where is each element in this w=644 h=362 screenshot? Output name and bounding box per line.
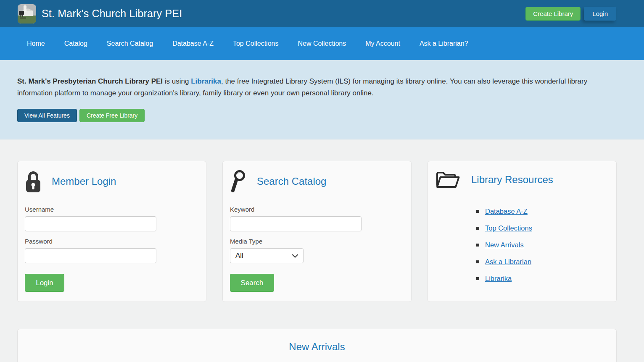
nav-item-database-az: Database A-Z bbox=[163, 36, 223, 52]
media-type-selected-value: All bbox=[235, 252, 243, 260]
open-folder-icon bbox=[435, 170, 460, 190]
banner-buttons: View All Features Create Free Library bbox=[17, 109, 627, 122]
nav-item-catalog: Catalog bbox=[55, 36, 97, 52]
library-resources-header: Library Resources bbox=[435, 170, 609, 190]
login-button[interactable]: Login bbox=[25, 274, 64, 292]
lock-icon bbox=[25, 170, 42, 193]
new-arrivals-title: New Arrivals bbox=[18, 341, 616, 353]
new-arrivals-section: New Arrivals bbox=[17, 329, 617, 362]
member-login-title: Member Login bbox=[52, 176, 116, 187]
search-catalog-card: Search Catalog Keyword Media Type All Se… bbox=[222, 161, 412, 302]
library-resources-title: Library Resources bbox=[471, 174, 553, 186]
list-item: Librarika bbox=[476, 275, 609, 283]
intro-banner: St. Mark's Presbyterian Church Library P… bbox=[0, 60, 644, 139]
view-all-features-button[interactable]: View All Features bbox=[17, 109, 77, 122]
nav-link-new-collections[interactable]: New Collections bbox=[288, 36, 356, 52]
chevron-down-icon bbox=[292, 252, 298, 260]
password-label: Password bbox=[25, 238, 199, 245]
search-catalog-title: Search Catalog bbox=[257, 176, 326, 187]
intro-text: St. Mark's Presbyterian Church Library P… bbox=[17, 76, 606, 99]
keyword-field[interactable] bbox=[230, 216, 362, 231]
search-button[interactable]: Search bbox=[230, 274, 274, 292]
media-type-label: Media Type bbox=[230, 238, 404, 245]
nav-item-my-account: My Account bbox=[356, 36, 410, 52]
username-label: Username bbox=[25, 206, 199, 213]
username-field[interactable] bbox=[25, 216, 156, 231]
list-item: New Arrivals bbox=[476, 241, 609, 249]
librarika-link[interactable]: Librarika bbox=[191, 77, 221, 85]
header-bar: St. Mark's Church Library PEI Create Lib… bbox=[0, 0, 644, 27]
create-free-library-button[interactable]: Create Free Library bbox=[79, 109, 145, 122]
list-item: Top Collections bbox=[476, 224, 609, 232]
nav-link-ask-librarian[interactable]: Ask a Librarian? bbox=[410, 36, 478, 52]
resources-link-librarika[interactable]: Librarika bbox=[485, 275, 512, 282]
nav-link-top-collections[interactable]: Top Collections bbox=[223, 36, 288, 52]
library-resources-card: Library Resources Database A-Z Top Colle… bbox=[428, 161, 617, 302]
nav-link-my-account[interactable]: My Account bbox=[356, 36, 410, 52]
member-login-header: Member Login bbox=[25, 170, 199, 193]
nav-item-home: Home bbox=[17, 36, 55, 52]
header-actions: Create Library Login bbox=[525, 7, 616, 21]
nav-item-top-collections: Top Collections bbox=[223, 36, 288, 52]
resources-link-new-arrivals[interactable]: New Arrivals bbox=[485, 241, 524, 249]
member-login-card: Member Login Username Password Login bbox=[17, 161, 206, 302]
nav-item-search-catalog: Search Catalog bbox=[97, 36, 163, 52]
magnifier-icon bbox=[230, 170, 248, 193]
nav-link-database-az[interactable]: Database A-Z bbox=[163, 36, 223, 52]
resources-list: Database A-Z Top Collections New Arrival… bbox=[476, 207, 609, 283]
resources-link-ask-librarian[interactable]: Ask a Librarian bbox=[485, 258, 531, 265]
nav-link-home[interactable]: Home bbox=[17, 36, 55, 52]
page-title: St. Mark's Church Library PEI bbox=[42, 8, 525, 20]
site-logo[interactable] bbox=[18, 4, 36, 24]
password-field[interactable] bbox=[25, 248, 156, 263]
nav-link-catalog[interactable]: Catalog bbox=[55, 36, 97, 52]
search-catalog-header: Search Catalog bbox=[230, 170, 404, 193]
create-library-button[interactable]: Create Library bbox=[525, 7, 581, 21]
keyword-label: Keyword bbox=[230, 206, 404, 213]
list-item: Database A-Z bbox=[476, 207, 609, 215]
main-content: Member Login Username Password Login Sea… bbox=[17, 161, 617, 362]
list-item: Ask a Librarian bbox=[476, 258, 609, 266]
resources-link-top-collections[interactable]: Top Collections bbox=[485, 224, 532, 232]
cards-row: Member Login Username Password Login Sea… bbox=[17, 161, 617, 302]
nav-link-search-catalog[interactable]: Search Catalog bbox=[97, 36, 163, 52]
media-type-select[interactable]: All bbox=[230, 248, 304, 263]
intro-text-mid: is using bbox=[163, 77, 191, 85]
church-photo-icon bbox=[18, 4, 36, 24]
nav-list: Home Catalog Search Catalog Database A-Z… bbox=[17, 36, 478, 52]
header-login-button[interactable]: Login bbox=[584, 7, 616, 21]
nav-item-ask-librarian: Ask a Librarian? bbox=[410, 36, 478, 52]
library-name-bold: St. Mark's Presbyterian Church Library P… bbox=[17, 77, 163, 85]
main-navbar: Home Catalog Search Catalog Database A-Z… bbox=[0, 27, 644, 60]
nav-item-new-collections: New Collections bbox=[288, 36, 356, 52]
resources-link-database-az[interactable]: Database A-Z bbox=[485, 207, 528, 215]
